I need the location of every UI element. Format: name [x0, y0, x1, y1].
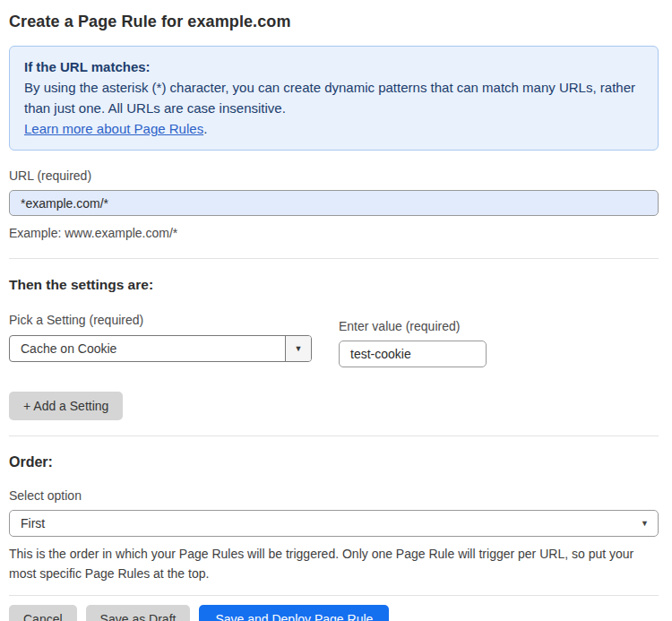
info-box-body: By using the asterisk (*) character, you…: [24, 77, 643, 118]
chevron-down-icon: ▼: [295, 344, 303, 353]
setting-value-column: Enter value (required): [339, 319, 487, 367]
add-setting-button[interactable]: + Add a Setting: [9, 392, 123, 420]
cancel-button[interactable]: Cancel: [9, 605, 77, 621]
setting-picker-label: Pick a Setting (required): [9, 313, 312, 327]
url-example-helper: Example: www.example.com/*: [9, 223, 659, 243]
order-helper-text: This is the order in which your Page Rul…: [9, 544, 659, 583]
settings-section-heading: Then the settings are:: [9, 277, 659, 293]
order-section-heading: Order:: [9, 454, 659, 470]
setting-picker-arrow-button[interactable]: ▼: [285, 336, 311, 361]
setting-value-label: Enter value (required): [339, 319, 487, 333]
save-as-draft-button[interactable]: Save as Draft: [86, 605, 191, 621]
info-box-heading: If the URL matches:: [24, 56, 643, 77]
order-select-label: Select option: [9, 488, 659, 503]
order-select[interactable]: First ▼: [9, 510, 659, 537]
settings-row: Pick a Setting (required) Cache on Cooki…: [9, 313, 659, 367]
divider: [9, 595, 659, 596]
setting-picker-column: Pick a Setting (required) Cache on Cooki…: [9, 313, 312, 367]
link-period: .: [203, 121, 207, 136]
chevron-down-icon: ▼: [641, 519, 649, 528]
setting-value-input[interactable]: [339, 341, 487, 367]
url-input[interactable]: [9, 190, 659, 216]
page-title: Create a Page Rule for example.com: [9, 13, 659, 31]
learn-more-link[interactable]: Learn more about Page Rules: [24, 121, 203, 136]
setting-picker-value: Cache on Cookie: [10, 336, 285, 361]
save-and-deploy-button[interactable]: Save and Deploy Page Rule: [199, 605, 389, 621]
order-select-value: First: [21, 516, 45, 530]
url-match-info-box: If the URL matches: By using the asteris…: [9, 46, 659, 151]
info-box-link-line: Learn more about Page Rules.: [24, 118, 643, 139]
setting-picker-dropdown[interactable]: Cache on Cookie ▼: [9, 335, 312, 362]
divider: [9, 436, 659, 436]
page-rule-form: Create a Page Rule for example.com If th…: [0, 0, 672, 621]
url-label: URL (required): [9, 168, 659, 183]
footer-button-row: Cancel Save as Draft Save and Deploy Pag…: [9, 605, 659, 621]
divider: [9, 258, 659, 259]
